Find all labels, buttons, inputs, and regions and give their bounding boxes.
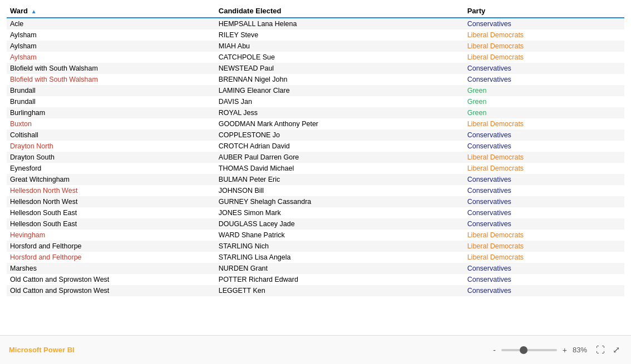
ward-cell: Coltishall [7, 129, 215, 141]
candidate-cell: ROYAL Jess [215, 107, 464, 118]
table-row: Blofield with South WalshamBRENNAN Nigel… [7, 74, 624, 85]
candidate-cell: NURDEN Grant [215, 263, 464, 274]
party-cell: Conservatives [464, 218, 624, 230]
candidate-cell: MIAH Abu [215, 41, 464, 52]
table-row: AylshamMIAH AbuLiberal Democrats [7, 41, 624, 52]
table-row: Blofield with South WalshamNEWSTEAD Paul… [7, 63, 624, 74]
ward-cell: Horsford and Felthorpe [7, 252, 215, 263]
bottom-bar: Microsoft Power BI - + 83% ⛶ ⤢ [0, 335, 631, 364]
ward-cell: Burlingham [7, 107, 215, 118]
candidate-cell: DAVIS Jan [215, 96, 464, 107]
ward-cell: Hellesdon North West [7, 185, 215, 196]
table-row: AylshamRILEY SteveLiberal Democrats [7, 29, 624, 41]
party-cell: Conservatives [464, 263, 624, 274]
table-row: Old Catton and Sprowston WestPOTTER Rich… [7, 274, 624, 285]
party-cell: Liberal Democrats [464, 118, 624, 129]
candidate-cell: LAMING Eleanor Clare [215, 85, 464, 96]
candidate-cell: AUBER Paul Darren Gore [215, 152, 464, 163]
table-row: Drayton NorthCROTCH Adrian DavidConserva… [7, 141, 624, 152]
table-row: AylshamCATCHPOLE SueLiberal Democrats [7, 52, 624, 63]
ward-cell: Marshes [7, 263, 215, 274]
ward-cell: Hevingham [7, 230, 215, 241]
candidate-cell: JOHNSON Bill [215, 185, 464, 196]
ward-header[interactable]: Ward ▲ [7, 4, 215, 18]
fullscreen-icon[interactable]: ⛶ [594, 344, 607, 356]
party-cell: Conservatives [464, 207, 624, 218]
bottom-right-icons: ⛶ ⤢ [594, 343, 622, 356]
candidate-cell: STARLING Nich [215, 241, 464, 252]
table-row: BrundallLAMING Eleanor ClareGreen [7, 85, 624, 96]
sort-arrow-icon: ▲ [31, 8, 37, 14]
party-cell: Liberal Democrats [464, 152, 624, 163]
party-cell: Liberal Democrats [464, 52, 624, 63]
ward-cell: Eynesford [7, 163, 215, 174]
ward-cell: Drayton South [7, 152, 215, 163]
zoom-minus-button[interactable]: - [491, 345, 498, 356]
candidate-cell: POTTER Richard Edward [215, 274, 464, 285]
table-row: EynesfordTHOMAS David MichaelLiberal Dem… [7, 163, 624, 174]
party-cell: Conservatives [464, 285, 624, 296]
table-row: Horsford and FelthorpeSTARLING NichLiber… [7, 241, 624, 252]
candidate-cell: GOODMAN Mark Anthony Peter [215, 118, 464, 129]
candidate-header[interactable]: Candidate Elected [215, 4, 464, 18]
party-cell: Liberal Democrats [464, 29, 624, 41]
zoom-controls: - + 83% ⛶ ⤢ [491, 343, 622, 356]
ward-cell: Acle [7, 18, 215, 29]
main-content: Ward ▲ Candidate Elected Party AcleHEMPS… [0, 0, 631, 335]
party-cell: Conservatives [464, 141, 624, 152]
zoom-slider[interactable] [501, 349, 557, 351]
expand-icon[interactable]: ⤢ [610, 343, 622, 356]
zoom-plus-button[interactable]: + [560, 345, 569, 356]
ward-cell: Old Catton and Sprowston West [7, 274, 215, 285]
ward-cell: Aylsham [7, 52, 215, 63]
ward-cell: Brundall [7, 85, 215, 96]
candidate-cell: JONES Simon Mark [215, 207, 464, 218]
candidate-cell: DOUGLASS Lacey Jade [215, 218, 464, 230]
table-row: Horsford and FelthorpeSTARLING Lisa Ange… [7, 252, 624, 263]
party-cell: Conservatives [464, 185, 624, 196]
ward-cell: Horsford and Felthorpe [7, 241, 215, 252]
ward-cell: Hellesdon South East [7, 218, 215, 230]
candidate-cell: COPPLESTONE Jo [215, 129, 464, 141]
ward-cell: Old Catton and Sprowston West [7, 285, 215, 296]
table-row: Hellesdon South EastDOUGLASS Lacey JadeC… [7, 218, 624, 230]
ward-cell: Aylsham [7, 41, 215, 52]
ward-cell: Hellesdon North West [7, 196, 215, 207]
party-header[interactable]: Party [464, 4, 624, 18]
party-cell: Green [464, 85, 624, 96]
candidate-cell: CROTCH Adrian David [215, 141, 464, 152]
ward-cell: Buxton [7, 118, 215, 129]
candidate-cell: NEWSTEAD Paul [215, 63, 464, 74]
candidate-cell: GURNEY Shelagh Cassandra [215, 196, 464, 207]
table-row: BuxtonGOODMAN Mark Anthony PeterLiberal … [7, 118, 624, 129]
table-row: BrundallDAVIS JanGreen [7, 96, 624, 107]
ward-cell: Drayton North [7, 141, 215, 152]
party-cell: Conservatives [464, 174, 624, 185]
table-row: HevinghamWARD Shane PatrickLiberal Democ… [7, 230, 624, 241]
party-cell: Liberal Democrats [464, 241, 624, 252]
table-row: Hellesdon North WestJOHNSON BillConserva… [7, 185, 624, 196]
party-cell: Conservatives [464, 74, 624, 85]
ward-cell: Blofield with South Walsham [7, 74, 215, 85]
table-row: BurlinghamROYAL JessGreen [7, 107, 624, 118]
candidate-cell: LEGGETT Ken [215, 285, 464, 296]
candidate-cell: RILEY Steve [215, 29, 464, 41]
candidate-cell: THOMAS David Michael [215, 163, 464, 174]
party-cell: Liberal Democrats [464, 252, 624, 263]
candidate-cell: HEMPSALL Lana Helena [215, 18, 464, 29]
table-row: ColtishallCOPPLESTONE JoConservatives [7, 129, 624, 141]
ward-cell: Aylsham [7, 29, 215, 41]
powerbi-link[interactable]: Microsoft Power BI [9, 346, 75, 354]
ward-cell: Great Witchingham [7, 174, 215, 185]
ward-cell: Hellesdon South East [7, 207, 215, 218]
party-cell: Conservatives [464, 129, 624, 141]
table-container[interactable]: Ward ▲ Candidate Elected Party AcleHEMPS… [7, 4, 624, 296]
candidate-cell: WARD Shane Patrick [215, 230, 464, 241]
ward-cell: Brundall [7, 96, 215, 107]
party-cell: Liberal Democrats [464, 41, 624, 52]
table-row: Great WitchinghamBULMAN Peter EricConser… [7, 174, 624, 185]
table-row: Hellesdon North WestGURNEY Shelagh Cassa… [7, 196, 624, 207]
table-row: MarshesNURDEN GrantConservatives [7, 263, 624, 274]
table-row: Hellesdon South EastJONES Simon MarkCons… [7, 207, 624, 218]
table-row: Old Catton and Sprowston WestLEGGETT Ken… [7, 285, 624, 296]
